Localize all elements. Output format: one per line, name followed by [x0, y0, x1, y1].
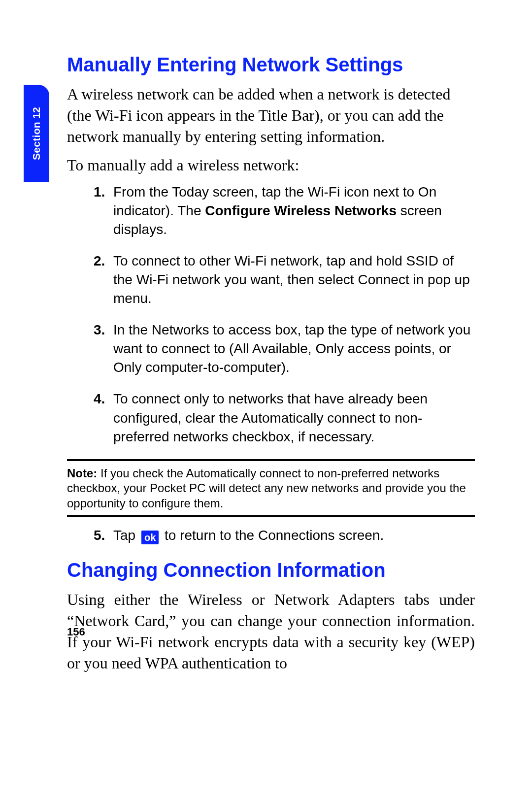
content-area: Manually Entering Network Settings A wir… [67, 53, 475, 681]
section-tab-label: Section 12 [31, 107, 42, 160]
lead-in-paragraph: To manually add a wireless network: [67, 155, 475, 176]
page-number: 156 [67, 626, 85, 638]
page: Section 12 Manually Entering Network Set… [0, 0, 532, 799]
note-paragraph: Note: If you check the Automatically con… [67, 466, 475, 511]
note-text: If you check the Automatically connect t… [67, 466, 466, 510]
intro-paragraph: A wireless network can be added when a n… [67, 84, 475, 148]
ok-icon: ok [141, 531, 159, 544]
step-5: Tap ok to return to the Connections scre… [113, 526, 475, 545]
step-2: To connect to other Wi-Fi network, tap a… [113, 252, 475, 308]
note-rule-top [67, 459, 475, 461]
step-3: In the Networks to access box, tap the t… [113, 321, 475, 377]
section-tab: Section 12 [24, 85, 49, 182]
heading-changing-connection: Changing Connection Information [67, 559, 475, 581]
step-5-post: to return to the Connections screen. [161, 528, 384, 543]
heading-manually-entering: Manually Entering Network Settings [67, 53, 475, 76]
note-label: Note: [67, 466, 97, 480]
closing-paragraph: Using either the Wireless or Network Ada… [67, 589, 475, 674]
step-4: To connect only to networks that have al… [113, 390, 475, 446]
step-1-bold: Configure Wireless Networks [205, 203, 397, 218]
step-5-pre: Tap [113, 528, 139, 543]
steps-list: From the Today screen, tap the Wi-Fi ico… [67, 183, 475, 446]
step-1: From the Today screen, tap the Wi-Fi ico… [113, 183, 475, 239]
steps-list-continued: Tap ok to return to the Connections scre… [67, 526, 475, 545]
note-rule-bottom [67, 515, 475, 517]
